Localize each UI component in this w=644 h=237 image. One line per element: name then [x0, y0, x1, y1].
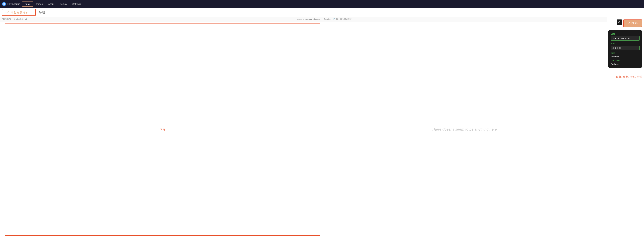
preview-toolbar: Preview 🔗 2019/01/23/样例/	[322, 17, 607, 22]
nav-item-about[interactable]: About	[46, 2, 57, 6]
author-input[interactable]	[611, 46, 640, 50]
editor-save-status: saved a few seconds ago	[297, 18, 320, 20]
title-input[interactable]	[38, 10, 642, 15]
sidebar-wrapper: ⚙ Publish Date Author Tags Add new Categ…	[609, 18, 642, 78]
preview-empty-message: There doesn't seem to be anything here	[432, 127, 497, 132]
brand: H Hexo Admin	[2, 2, 20, 6]
nav-item-deploy[interactable]: Deploy	[57, 2, 70, 6]
preview-body: There doesn't seem to be anything here	[322, 22, 607, 237]
line-numbers: 1	[1, 23, 5, 236]
settings-annotation-text: 日期、作者、标签、分栏	[616, 75, 642, 78]
date-label: Date	[611, 33, 640, 35]
brand-icon: H	[2, 2, 6, 6]
nav-item-settings[interactable]: Settings	[70, 2, 83, 6]
title-bar: 一个博客标题样例	[0, 8, 644, 17]
main-area: Markdown _drafts/样例.md saved a few secon…	[0, 17, 644, 237]
tags-add-new[interactable]: Add new	[611, 55, 640, 58]
title-placeholder: 一个博客标题样例	[2, 9, 36, 16]
editor-toolbar: Markdown _drafts/样例.md saved a few secon…	[0, 17, 322, 22]
preview-label: Preview	[324, 18, 331, 20]
editor-pane: Markdown _drafts/样例.md saved a few secon…	[0, 17, 322, 237]
sidebar: ⚙ Publish Date Author Tags Add new Categ…	[607, 17, 644, 237]
editor-toolbar-left: Markdown _drafts/样例.md	[2, 18, 27, 21]
categories-label: Categories	[611, 59, 640, 62]
nav-item-pages[interactable]: Pages	[34, 2, 45, 6]
settings-arrow: ↑	[640, 69, 642, 74]
preview-link-icon: 🔗	[332, 18, 335, 20]
categories-add-new[interactable]: Add new	[611, 63, 640, 65]
navbar: H Hexo Admin Posts Pages About Deploy Se…	[0, 0, 644, 8]
preview-url: 2019/01/23/样例/	[336, 18, 352, 21]
nav-item-posts[interactable]: Posts	[22, 1, 33, 6]
author-label: Author	[611, 42, 640, 45]
editor-file-path: _drafts/样例.md	[12, 18, 27, 21]
tags-label: Tags	[611, 52, 640, 54]
date-input[interactable]	[611, 36, 640, 41]
editor-content-placeholder: 内容	[160, 128, 165, 131]
publish-button[interactable]: Publish	[623, 19, 642, 27]
settings-panel: Date Author Tags Add new Categories Add …	[608, 30, 642, 68]
top-row: ⚙ Publish	[609, 19, 642, 29]
editor-mode: Markdown	[2, 18, 11, 21]
editor-content-area[interactable]: 内容	[5, 23, 320, 236]
brand-name: Hexo Admin	[8, 3, 20, 5]
preview-pane: Preview 🔗 2019/01/23/样例/ There doesn't s…	[322, 17, 607, 237]
settings-gear-button[interactable]: ⚙	[616, 19, 622, 25]
editor-body: 1 内容	[0, 22, 322, 237]
